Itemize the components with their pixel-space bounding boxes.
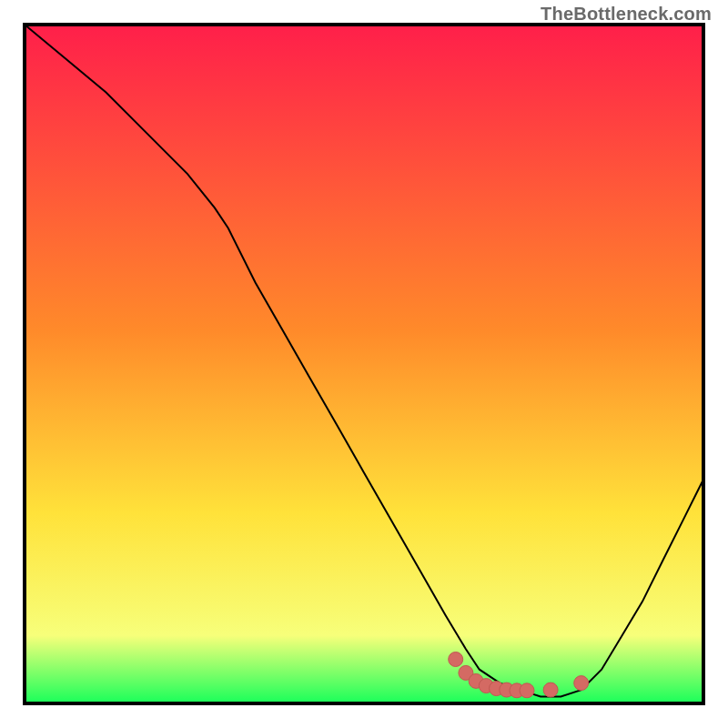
chart-svg	[0, 0, 728, 728]
chart-container: { "watermark": "TheBottleneck.com", "col…	[0, 0, 728, 728]
watermark-text: TheBottleneck.com	[541, 4, 712, 25]
plot-background	[25, 25, 703, 703]
curve-marker	[520, 683, 534, 698]
curve-marker	[574, 676, 589, 691]
curve-marker	[449, 652, 463, 667]
curve-marker	[543, 682, 558, 697]
